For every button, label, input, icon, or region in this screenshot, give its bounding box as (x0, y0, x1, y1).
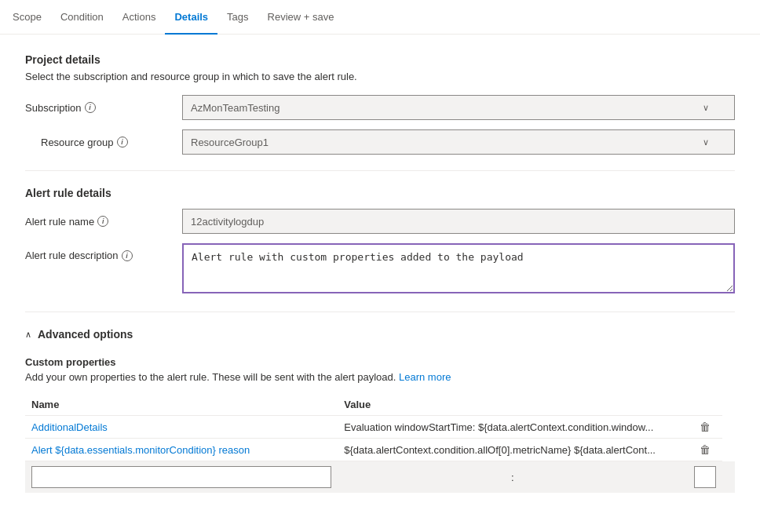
tab-tags[interactable]: Tags (217, 0, 258, 35)
alert-rule-name-input[interactable] (182, 209, 735, 234)
subscription-row: Subscription i AzMonTeamTesting ∨ (25, 95, 735, 120)
learn-more-link[interactable]: Learn more (399, 371, 451, 383)
project-details-title: Project details (25, 53, 735, 66)
main-content: Project details Select the subscription … (0, 35, 760, 512)
advanced-options-toggle[interactable]: ∧ Advanced options (25, 328, 735, 341)
row-name-0[interactable]: AdditionalDetails (31, 421, 108, 433)
advanced-options-chevron-icon: ∧ (25, 330, 31, 340)
row-value-0: Evaluation windowStartTime: ${data.alert… (338, 416, 687, 439)
new-property-row: : (25, 461, 735, 494)
project-details-section: Project details Select the subscription … (25, 53, 735, 155)
new-row-action (722, 461, 735, 494)
delete-row-0-icon[interactable]: 🗑 (694, 421, 717, 433)
resource-group-dropdown[interactable]: ResourceGroup1 ∨ (182, 129, 735, 155)
alert-rule-description-row: Alert rule description i Alert rule with… (25, 243, 735, 296)
alert-rule-details-section: Alert rule details Alert rule name i Ale… (25, 187, 735, 296)
subscription-chevron-icon: ∨ (703, 103, 709, 113)
divider-2 (25, 312, 735, 312)
alert-rule-description-textarea[interactable]: Alert rule with custom properties added … (182, 243, 735, 293)
colon-separator: : (338, 461, 687, 494)
column-header-name: Name (25, 394, 338, 416)
table-row: Alert ${data.essentials.monitorCondition… (25, 439, 735, 461)
tab-details[interactable]: Details (165, 0, 217, 35)
alert-rule-name-info-icon: i (97, 216, 108, 227)
alert-rule-description-control: Alert rule with custom properties added … (182, 243, 735, 296)
subscription-control: AzMonTeamTesting ∨ (182, 95, 735, 120)
alert-rule-name-row: Alert rule name i (25, 209, 735, 234)
alert-rule-details-title: Alert rule details (25, 187, 735, 199)
project-details-description: Select the subscription and resource gro… (25, 71, 735, 82)
custom-properties-title: Custom properties (25, 356, 735, 368)
row-value-1: ${data.alertContext.condition.allOf[0].m… (338, 439, 687, 461)
divider-1 (25, 170, 735, 171)
tabs-bar: Scope Condition Actions Details Tags Rev… (0, 0, 760, 35)
custom-properties-table: Name Value AdditionalDetailsEvaluation w… (25, 394, 735, 493)
resource-group-row: Resource group i ResourceGroup1 ∨ (25, 129, 735, 155)
subscription-label: Subscription i (25, 102, 182, 114)
tab-review-save[interactable]: Review + save (258, 0, 344, 35)
custom-properties-description: Add your own properties to the alert rul… (25, 371, 735, 383)
new-property-value-input[interactable] (694, 466, 717, 488)
new-property-name-input[interactable] (31, 466, 331, 488)
alert-rule-name-label: Alert rule name i (25, 216, 182, 228)
tab-scope[interactable]: Scope (13, 0, 51, 35)
table-header-row: Name Value (25, 394, 735, 416)
resource-group-info-icon: i (117, 137, 128, 148)
tab-actions[interactable]: Actions (113, 0, 166, 35)
resource-group-label: Resource group i (25, 137, 182, 148)
column-header-value: Value (338, 394, 687, 416)
subscription-info-icon: i (85, 102, 96, 113)
column-header-action (688, 394, 723, 416)
row-name-1[interactable]: Alert ${data.essentials.monitorCondition… (31, 444, 250, 456)
alert-rule-name-control (182, 209, 735, 234)
delete-row-1-icon[interactable]: 🗑 (694, 443, 717, 456)
advanced-options-section: ∧ Advanced options Custom properties Add… (25, 328, 735, 493)
resource-group-chevron-icon: ∨ (703, 137, 709, 148)
advanced-options-label: Advanced options (38, 328, 133, 341)
custom-properties-section: Custom properties Add your own propertie… (25, 356, 735, 493)
alert-rule-description-label: Alert rule description i (25, 243, 182, 261)
subscription-value: AzMonTeamTesting (191, 102, 280, 114)
resource-group-value: ResourceGroup1 (191, 137, 269, 148)
tab-condition[interactable]: Condition (51, 0, 113, 35)
table-row: AdditionalDetailsEvaluation windowStartT… (25, 416, 735, 439)
subscription-dropdown[interactable]: AzMonTeamTesting ∨ (182, 95, 735, 120)
resource-group-control: ResourceGroup1 ∨ (182, 129, 735, 155)
alert-rule-description-info-icon: i (122, 250, 133, 261)
